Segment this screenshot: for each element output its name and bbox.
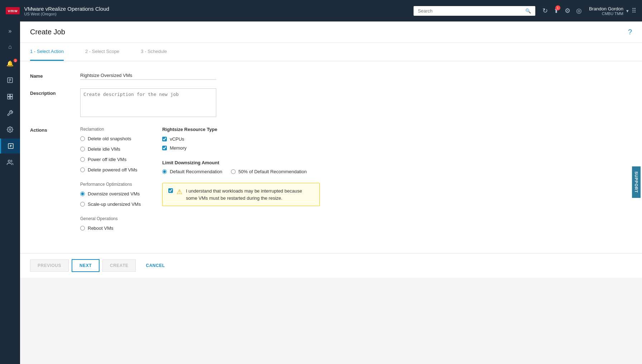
app-name: VMware vRealize Operations Cloud — [24, 6, 109, 12]
radio-scale-up[interactable]: Scale-up undersized VMs — [80, 202, 141, 207]
left-action-column: Reclamation Delete old snapshots Delete … — [80, 127, 141, 234]
create-button[interactable]: CREATE — [102, 259, 136, 272]
radio-fifty-percent-input[interactable] — [231, 169, 236, 174]
radio-default-recommendation-label: Default Recommendation — [170, 169, 222, 174]
radio-power-off-idle-input[interactable] — [80, 157, 85, 162]
user-name: Brandon Gordon — [589, 6, 623, 11]
svg-point-8 — [9, 129, 11, 131]
topbar-brand: VMware vRealize Operations Cloud US West… — [24, 6, 109, 16]
checkbox-memory-input[interactable] — [162, 146, 167, 150]
radio-delete-idle-input[interactable] — [80, 147, 85, 151]
grid-icon[interactable]: ⠿ — [632, 7, 636, 15]
wizard-step-schedule[interactable]: 3 - Schedule — [141, 43, 167, 61]
radio-default-recommendation-input[interactable] — [162, 169, 167, 174]
search-icon: 🔍 — [525, 8, 531, 14]
filter-icon[interactable]: ⚙ — [565, 7, 570, 15]
svg-rect-6 — [8, 97, 10, 99]
sidebar-toggle[interactable]: » — [5, 24, 15, 38]
name-row: Name — [30, 71, 632, 80]
radio-downsize-oversized[interactable]: Downsize oversized VMs — [80, 191, 141, 196]
topbar-right: 🔍 ↻ ⬆ 1 ⚙ ◎ Brandon Gordon CMBU TMM ▾ ⠿ — [414, 6, 636, 16]
general-group: General Operations Reboot VMs — [80, 216, 141, 234]
radio-reboot-vms-input[interactable] — [80, 226, 85, 230]
svg-rect-4 — [8, 94, 10, 96]
radio-fifty-percent[interactable]: 50% of Default Recommendation — [231, 169, 307, 174]
actions-row: Actions Reclamation Delete old snapshots — [30, 127, 632, 234]
description-control — [80, 88, 632, 118]
sidebar-item-home[interactable]: ⌂ — [0, 39, 20, 54]
sidebar-item-settings[interactable] — [0, 122, 20, 137]
description-row: Description — [30, 88, 632, 118]
radio-power-off-idle[interactable]: Power off idle VMs — [80, 157, 141, 162]
description-label: Description — [30, 88, 80, 96]
svg-point-13 — [8, 160, 10, 162]
general-title: General Operations — [80, 216, 141, 221]
user-org: CMBU TMM — [602, 11, 623, 16]
page-header: Create Job ? — [20, 21, 642, 43]
footer-bar: PREVIOUS NEXT CREATE CANCEL — [20, 253, 642, 278]
checkbox-vcpus-label: vCPUs — [170, 136, 184, 142]
checkbox-memory-label: Memory — [170, 145, 187, 151]
wizard-step-select-scope[interactable]: 2 - Select Scope — [85, 43, 119, 61]
radio-delete-powered-off[interactable]: Delete powered off VMs — [80, 167, 141, 173]
search-bar[interactable]: 🔍 — [414, 6, 535, 16]
radio-delete-snapshots[interactable]: Delete old snapshots — [80, 136, 141, 141]
topbar-icons: ↻ ⬆ 1 ⚙ ◎ — [542, 7, 582, 15]
limit-options-group: Default Recommendation 50% of Default Re… — [162, 169, 320, 178]
warning-checkbox[interactable] — [168, 188, 173, 193]
radio-delete-idle[interactable]: Delete idle VMs — [80, 146, 141, 152]
actions-label: Actions — [30, 127, 80, 133]
help-icon[interactable]: ? — [628, 28, 632, 36]
previous-button[interactable]: PREVIOUS — [30, 259, 69, 272]
sidebar-item-tools[interactable] — [0, 106, 20, 121]
checkbox-memory[interactable]: Memory — [162, 145, 320, 151]
topbar: vmw VMware vRealize Operations Cloud US … — [0, 0, 642, 21]
radio-delete-powered-off-label: Delete powered off VMs — [88, 167, 137, 173]
performance-title: Performance Optimizations — [80, 182, 141, 187]
radio-delete-snapshots-input[interactable] — [80, 136, 85, 141]
radio-scale-up-label: Scale-up undersized VMs — [88, 202, 141, 207]
description-input[interactable] — [80, 88, 216, 117]
search-input[interactable] — [418, 8, 522, 14]
radio-power-off-idle-label: Power off idle VMs — [88, 157, 126, 162]
name-input[interactable] — [80, 71, 216, 80]
main-content: Create Job ? 1 - Select Action 2 - Selec… — [20, 21, 642, 364]
topbar-user: Brandon Gordon CMBU TMM ▾ ⠿ — [589, 6, 636, 16]
alert-badge: 1 — [14, 59, 17, 62]
support-tab[interactable]: SUPPORT — [632, 166, 641, 198]
refresh-icon[interactable]: ↻ — [542, 7, 548, 15]
name-control — [80, 71, 632, 80]
vmware-logo: vmw — [6, 7, 20, 14]
chevron-down-icon[interactable]: ▾ — [626, 8, 629, 14]
radio-scale-up-input[interactable] — [80, 202, 85, 207]
actions-content: Reclamation Delete old snapshots Delete … — [80, 127, 320, 234]
sidebar: » ⌂ 🔔 1 — [0, 21, 20, 364]
sidebar-item-reports[interactable] — [0, 73, 20, 88]
rightsize-section: Rightsize Resource Type vCPUs Memory — [162, 127, 320, 154]
cancel-button[interactable]: CANCEL — [139, 260, 172, 271]
wizard-steps: 1 - Select Action 2 - Select Scope 3 - S… — [20, 43, 642, 61]
radio-delete-powered-off-input[interactable] — [80, 168, 85, 172]
radio-downsize-oversized-label: Downsize oversized VMs — [88, 191, 140, 196]
sidebar-item-dashboards[interactable] — [0, 89, 20, 104]
wizard-step-select-action[interactable]: 1 - Select Action — [30, 43, 64, 61]
radio-delete-snapshots-label: Delete old snapshots — [88, 136, 131, 141]
right-action-column: Rightsize Resource Type vCPUs Memory — [162, 127, 320, 234]
account-icon[interactable]: ◎ — [576, 7, 582, 15]
radio-reboot-vms-label: Reboot VMs — [88, 225, 114, 231]
sidebar-item-alerts[interactable]: 🔔 1 — [0, 56, 20, 71]
limit-title: Limit Downsizing Amount — [162, 160, 320, 165]
radio-fifty-percent-label: 50% of Default Recommendation — [238, 169, 307, 174]
radio-reboot-vms[interactable]: Reboot VMs — [80, 225, 141, 231]
svg-rect-7 — [10, 97, 13, 99]
checkbox-vcpus-input[interactable] — [162, 137, 167, 141]
radio-default-recommendation[interactable]: Default Recommendation — [162, 169, 222, 174]
notification-badge: 1 — [555, 5, 560, 10]
checkbox-vcpus[interactable]: vCPUs — [162, 136, 320, 142]
next-button[interactable]: NEXT — [72, 259, 100, 272]
radio-downsize-oversized-input[interactable] — [80, 191, 85, 196]
sidebar-item-jobs[interactable] — [0, 139, 20, 154]
sidebar-item-users[interactable] — [0, 155, 20, 170]
reclamation-group: Reclamation Delete old snapshots Delete … — [80, 127, 141, 176]
performance-group: Performance Optimizations Downsize overs… — [80, 182, 141, 210]
